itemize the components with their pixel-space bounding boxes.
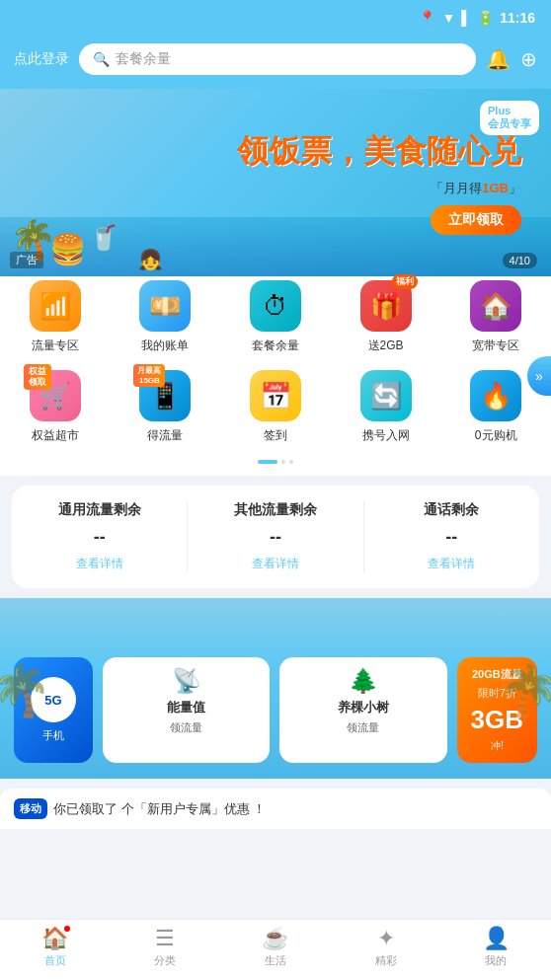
nav-highlight[interactable]: ✦ 精彩	[331, 926, 441, 968]
menu-icon-goujianji: 🔥	[470, 370, 521, 421]
signal-icon: ▌	[461, 10, 471, 26]
banner-counter: 4/10	[503, 253, 537, 268]
login-button[interactable]: 点此登录	[14, 50, 69, 68]
menu-label-goujianji: 0元购机	[475, 427, 517, 444]
nav-category-label: 分类	[154, 953, 176, 968]
quick-menu: 📶 流量专区 💴 我的账单 ⏱ 套餐余量 福利 🎁 送2GB 🏠	[0, 276, 551, 476]
usage-value-call: --	[445, 527, 457, 548]
banner[interactable]: 🌴 🍔 🥤 👧 领饭票，美食随心兑 「月月得1GB」 立即领取 Plus会员专享…	[0, 89, 551, 276]
bell-icon[interactable]: 🔔	[486, 47, 511, 71]
menu-icon-qiandao: 📅	[250, 370, 301, 421]
menu-icon-deliuliang: 月最高15GB 📱	[139, 370, 191, 421]
badge-fukuri: 福利	[392, 274, 418, 289]
menu-label-quanyi: 权益超市	[32, 427, 79, 444]
energy-sub: 领流量	[170, 720, 202, 735]
tree-icon: 🌲	[349, 667, 378, 695]
nav-highlight-label: 精彩	[375, 953, 397, 968]
promo-rush-text: 冲!	[491, 739, 504, 753]
header-icons: 🔔 ⊕	[486, 47, 537, 71]
menu-icon-xiehaoru: 🔄	[360, 370, 412, 421]
menu-label-liuliang: 流量专区	[32, 338, 79, 354]
brand-logo: 移动	[14, 798, 47, 819]
energy-title: 能量值	[167, 699, 205, 716]
menu-item-xiehaoru[interactable]: 🔄 携号入网	[331, 370, 441, 444]
banner-cta[interactable]: 立即领取	[431, 205, 521, 235]
nav-home-label: 首页	[44, 953, 66, 968]
usage-card-general: 通用流量剩余 -- 查看详情	[12, 501, 188, 572]
badge-quanyi: 权益领取	[24, 364, 51, 390]
menu-label-deliuliang: 得流量	[147, 427, 183, 444]
menu-label-zhangdan: 我的账单	[141, 338, 189, 354]
tree-title: 养棵小树	[338, 699, 389, 716]
menu-label-song2gb: 送2GB	[368, 338, 404, 354]
banner-dots: 4/10	[503, 253, 537, 268]
promo-section: 🌴 🌴 5G 手机 📡 能量值 领流量 🌲 养棵小树 领流量 20GB流量 限时…	[0, 598, 551, 779]
5g-label: 手机	[42, 728, 64, 743]
usage-link-other[interactable]: 查看详情	[252, 556, 299, 572]
search-placeholder: 套餐余量	[116, 50, 171, 68]
usage-card-other: 其他流量剩余 -- 查看详情	[188, 501, 363, 572]
promo-card-energy[interactable]: 📡 能量值 领流量	[103, 657, 270, 763]
menu-item-deliuliang[interactable]: 月最高15GB 📱 得流量	[111, 370, 221, 444]
energy-icon: 📡	[172, 667, 201, 695]
badge-yue: 月最高15GB	[133, 364, 165, 387]
nav-life-label: 生活	[265, 953, 286, 968]
promo-card-tree[interactable]: 🌲 养棵小树 领流量	[279, 657, 446, 763]
menu-label-qiandao: 签到	[264, 427, 287, 444]
usage-value-other: --	[270, 527, 281, 548]
menu-item-song2gb[interactable]: 福利 🎁 送2GB	[331, 280, 441, 354]
menu-row-1: 📶 流量专区 💴 我的账单 ⏱ 套餐余量 福利 🎁 送2GB 🏠	[0, 276, 551, 366]
tree-sub: 领流量	[347, 720, 379, 735]
scroll-banner: 移动 你已领取了 个「新用户专属」优惠 ！	[0, 789, 551, 829]
nav-category[interactable]: ☰ 分类	[111, 926, 221, 968]
page-dots	[0, 456, 551, 472]
time: 11:16	[500, 10, 535, 26]
usage-link-general[interactable]: 查看详情	[76, 556, 123, 572]
nav-mine[interactable]: 👤 我的	[440, 926, 551, 968]
dot-2	[289, 460, 293, 464]
ad-label: 广告	[10, 252, 43, 268]
menu-icon-liuliang: 📶	[30, 280, 81, 332]
usage-card-call: 通话剩余 -- 查看详情	[364, 501, 539, 572]
usage-title-call: 通话剩余	[424, 501, 479, 519]
palm-right-icon: 🌴	[500, 662, 551, 719]
search-bar[interactable]: 🔍 套餐余量	[79, 43, 476, 75]
highlight-icon: ✦	[377, 926, 395, 951]
wifi-icon: ▼	[441, 10, 455, 26]
chevron-right-icon: »	[535, 368, 543, 384]
battery-icon: 🔋	[477, 10, 494, 26]
promo-cards: 5G 手机 📡 能量值 领流量 🌲 养棵小树 领流量 20GB流量 限时7折 3…	[14, 657, 537, 763]
add-icon[interactable]: ⊕	[520, 47, 537, 71]
life-icon: ☕	[262, 926, 288, 951]
menu-item-taocan[interactable]: ⏱ 套餐余量	[220, 280, 331, 354]
promo-top-space	[14, 618, 537, 657]
usage-title-general: 通用流量剩余	[58, 501, 141, 519]
palm-left-icon: 🌴	[0, 662, 51, 719]
status-bar: 📍 ▼ ▌ 🔋 11:16	[0, 0, 551, 36]
banner-title: 领饭票，美食随心兑	[237, 130, 521, 174]
menu-label-xiehaoru: 携号入网	[362, 427, 410, 444]
menu-item-quanyi[interactable]: 权益领取 🛒 权益超市	[0, 370, 111, 444]
menu-item-qiandao[interactable]: 📅 签到	[220, 370, 331, 444]
menu-item-kuandai[interactable]: 🏠 宽带专区	[440, 280, 551, 354]
plus-badge: Plus会员专享	[480, 101, 539, 135]
menu-label-kuandai: 宽带专区	[472, 338, 519, 354]
menu-icon-quanyi: 权益领取 🛒	[30, 370, 81, 421]
nav-home[interactable]: 🏠 首页	[0, 926, 111, 968]
location-icon: 📍	[419, 10, 435, 26]
category-icon: ☰	[155, 926, 175, 951]
menu-item-liuliang[interactable]: 📶 流量专区	[0, 280, 111, 354]
scroll-text: 你已领取了 个「新用户专属」优惠 ！	[53, 800, 266, 818]
banner-sub: 「月月得1GB」	[431, 180, 521, 197]
dot-1	[281, 460, 285, 464]
usage-link-call[interactable]: 查看详情	[428, 556, 475, 572]
nav-life[interactable]: ☕ 生活	[220, 926, 331, 968]
dot-active	[258, 460, 277, 464]
usage-section: 通用流量剩余 -- 查看详情 其他流量剩余 -- 查看详情 通话剩余 -- 查看…	[12, 486, 539, 588]
menu-icon-song2gb: 福利 🎁	[360, 280, 412, 332]
status-icons: 📍 ▼ ▌ 🔋 11:16	[419, 10, 535, 26]
menu-item-zhangdan[interactable]: 💴 我的账单	[111, 280, 221, 354]
nav-mine-label: 我的	[485, 953, 507, 968]
usage-title-other: 其他流量剩余	[234, 501, 317, 519]
menu-icon-kuandai: 🏠	[470, 280, 521, 332]
